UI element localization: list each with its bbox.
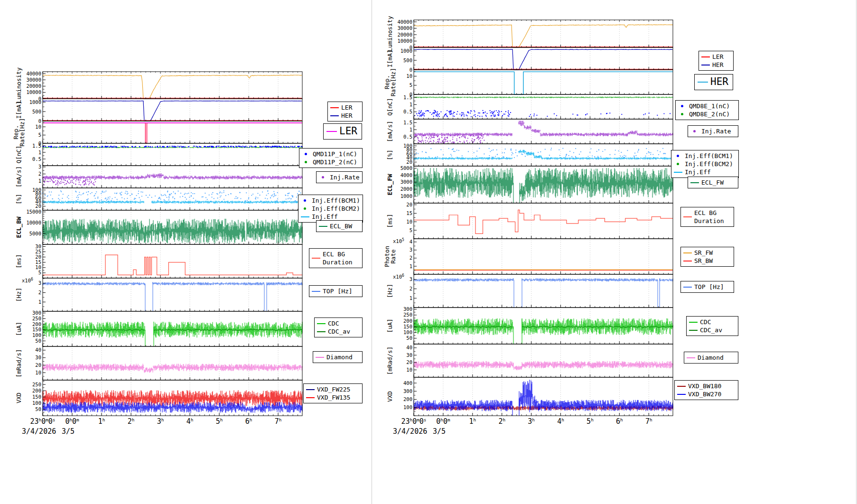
y-tick-label: 20 <box>406 202 412 207</box>
series-qmd8e-2 <box>414 97 673 98</box>
y-tick-label: 10000 <box>26 89 41 95</box>
y-tick-label: 250 <box>32 382 41 387</box>
x-tick-label: 23h0m0s <box>401 417 427 426</box>
series-diamond <box>414 361 673 370</box>
y-tick-label: 3 <box>38 164 41 169</box>
series-luminosity <box>43 75 302 99</box>
y-tick-label: 50 <box>35 406 41 412</box>
y-tick-label: 5000 <box>401 165 412 171</box>
y-tick-label: 0.5 <box>403 134 412 140</box>
y-tick-label: 40 <box>406 345 412 350</box>
subplot-right-cdc: 50100150200250300[uA] <box>386 306 673 344</box>
y-axis-title: ECL_BW <box>15 216 23 238</box>
y-axis-title: [ms] <box>386 214 393 228</box>
y-tick-label: 200 <box>403 318 412 324</box>
y-tick-label: 15 <box>35 259 41 265</box>
y-tick-label: 0 <box>38 118 41 124</box>
y-tick-label: 3000 <box>401 179 412 185</box>
subplot-left-diamond: 10203040[mRad/s] <box>15 346 302 380</box>
y-tick-label: 10 <box>406 73 412 79</box>
y-tick-label: 5 <box>38 270 41 275</box>
y-tick-label: 10000 <box>26 220 41 225</box>
y-axis-title: [Hz] <box>386 284 393 298</box>
y-tick-label: 50 <box>35 338 41 344</box>
subplot-right-diamond: 10203040[mRad/s] <box>386 344 673 377</box>
y-tick-label: 0.5 <box>32 156 41 162</box>
x-tick-label: 4h <box>186 417 194 426</box>
subplot-left-luminosity: 010000200003000040000Luminosity <box>15 67 302 103</box>
y-tick-label: 100 <box>32 332 41 338</box>
y-tick-label: 4000 <box>401 172 412 178</box>
y-tick-label: 10 <box>35 264 41 270</box>
x-axis-labels-left: 23h0m0s0h0m1h2h3h4h5h6h7h3/4/20263/5 <box>22 417 281 436</box>
y-tick-label: 1.5 <box>403 94 412 100</box>
y-axis-title: [ms] <box>15 254 22 268</box>
y-tick-label: 5000 <box>29 231 41 236</box>
y-tick-label: 30000 <box>26 77 41 83</box>
subplot-right-inj-eff: 20406080100[%] <box>386 143 673 166</box>
y-tick-label: 20 <box>35 254 41 260</box>
y-tick-label: 300 <box>403 388 412 394</box>
y-axis-title: Rate[Hz] <box>19 118 26 146</box>
subplot-right-charge: 0.511.5Q[nC] <box>386 94 673 119</box>
y-tick-label: 2 <box>410 255 412 261</box>
x-tick-label: 2h <box>498 417 505 426</box>
y-axis-title: [mRad/s] <box>15 349 22 377</box>
subplot-right-inj-rate: 0.511.5[mA/s] <box>386 119 673 144</box>
x-tick-label: 6h <box>245 417 252 426</box>
y-tick-label: 10 <box>406 367 412 373</box>
y-axis-title: [mA/s] <box>15 166 22 187</box>
y-axis-title: [%] <box>15 194 22 205</box>
x-tick-label: 2h <box>128 417 135 426</box>
y-axis-title: Q[nC] <box>386 98 393 116</box>
y-tick-label: 40 <box>35 347 41 353</box>
y-tick-label: 1 <box>38 149 41 155</box>
subplot-left-charge: 0.511.5Q[nC] <box>15 143 303 166</box>
y-tick-label: 10 <box>406 219 412 224</box>
y-tick-label: 1 <box>410 127 412 132</box>
y-tick-label: 1 <box>38 178 41 184</box>
y-tick-label: 300 <box>403 306 412 312</box>
y-tick-label: 1000 <box>29 99 41 105</box>
series-ecl-bg-duration <box>414 210 673 233</box>
series-qmd8e-1-late <box>529 112 671 117</box>
y-tick-label: 40000 <box>26 71 41 76</box>
y-tick-label: 1.5 <box>403 120 412 125</box>
series-her-current <box>43 101 302 121</box>
y-tick-label: 1 <box>410 102 412 107</box>
subplot-left-inj-eff: 20406080100[%] <box>15 187 302 210</box>
y-tick-label: 10 <box>35 370 41 375</box>
y-tick-label: 0.5 <box>403 109 412 114</box>
y-axis-title: [Hz] <box>15 288 22 302</box>
y-tick-label: 3 <box>38 280 41 286</box>
y-tick-label: 20000 <box>397 32 412 37</box>
series-ecl-bg-duration <box>43 255 302 275</box>
y-tick-label: 40000 <box>397 19 412 25</box>
y-tick-label: 200 <box>32 388 41 393</box>
subplot-right-ecl-bg: 5101520[ms] <box>386 202 673 239</box>
y-tick-label: 1000 <box>401 193 412 199</box>
y-tick-label: 1 <box>410 295 412 301</box>
y-tick-label: 150 <box>32 327 41 332</box>
y-tick-label: 200 <box>32 321 41 327</box>
series-inj-eff-bcm <box>42 190 302 203</box>
x-tick-label: 3h <box>157 417 164 426</box>
x-tick-label: 0h0m <box>436 417 450 426</box>
y-tick-label: 100 <box>32 400 41 406</box>
axis-scale-label: x106 <box>393 273 404 280</box>
date-label-start: 3/4/2026 <box>22 427 56 436</box>
y-axis-title: [uA] <box>386 318 393 333</box>
y-tick-label: 4 <box>410 239 412 244</box>
y-tick-label: 1000 <box>401 48 412 54</box>
date-label-next: 3/5 <box>62 427 75 436</box>
y-tick-label: 15000 <box>26 209 41 215</box>
y-tick-label: 50 <box>406 335 412 341</box>
y-tick-label: 5 <box>38 132 41 138</box>
y-tick-label: 3 <box>410 276 412 282</box>
y-tick-label: 500 <box>32 109 41 114</box>
date-label-next: 3/5 <box>433 427 446 436</box>
y-axis-title: I[mA] <box>15 101 22 119</box>
series-her-current <box>414 49 673 70</box>
y-tick-label: 20 <box>406 359 412 365</box>
y-tick-label: 10000 <box>397 38 412 44</box>
